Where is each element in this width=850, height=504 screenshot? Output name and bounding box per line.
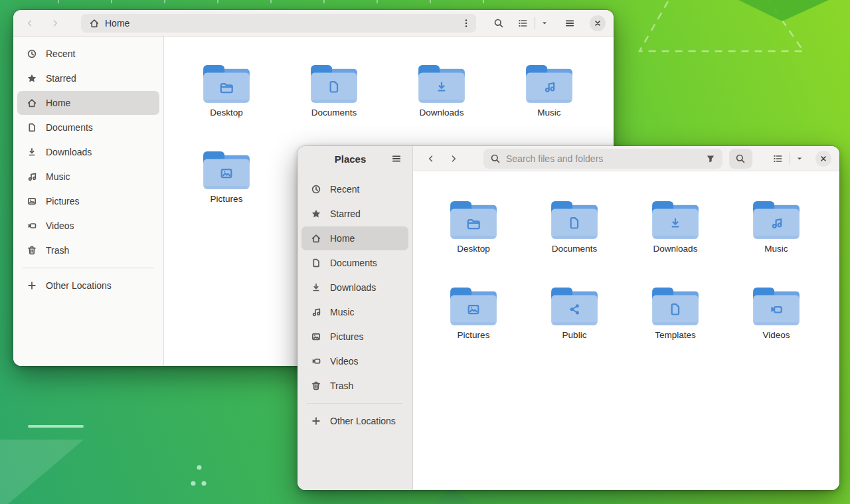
sidebar-item-downloads[interactable]: Downloads	[17, 140, 159, 164]
sidebar-item-label: Pictures	[330, 331, 364, 342]
file-desktop[interactable]: Desktop	[176, 63, 277, 118]
file-documents[interactable]: Documents	[525, 199, 624, 254]
view-switcher-separator	[535, 17, 535, 29]
file-label: Desktop	[457, 244, 490, 254]
back-button[interactable]	[19, 14, 41, 33]
file-videos[interactable]: Videos	[726, 286, 826, 340]
file-label: Pictures	[458, 330, 490, 340]
folder-icon	[202, 63, 251, 104]
view-options-button[interactable]	[537, 14, 552, 33]
sidebar-item-label: Downloads	[46, 147, 92, 157]
file-templates[interactable]: Templates	[626, 286, 725, 340]
chevron-right-icon	[449, 154, 458, 163]
sidebar-item-label: Other Locations	[46, 280, 112, 291]
file-public[interactable]: Public	[525, 286, 624, 340]
hamburger-icon	[564, 18, 575, 29]
close-button[interactable]	[815, 151, 831, 167]
forward-button[interactable]	[442, 149, 465, 168]
search-toggle-button[interactable]	[729, 149, 752, 169]
search-button[interactable]	[488, 14, 509, 33]
sidebar-item-label: Trash	[46, 245, 69, 256]
sidebar-item-label: Videos	[46, 220, 74, 231]
file-pictures[interactable]: Pictures	[176, 149, 277, 204]
file-music[interactable]: Music	[726, 199, 826, 254]
magnifier-icon	[490, 153, 501, 164]
sidebar-item-starred[interactable]: Starred	[301, 202, 408, 226]
file-pictures[interactable]: Pictures	[424, 286, 523, 340]
folder-icon	[550, 286, 599, 327]
search-input[interactable]	[506, 153, 700, 164]
search-entry[interactable]	[483, 149, 722, 169]
sidebar-item-other-locations[interactable]: Other Locations	[17, 274, 159, 297]
documents-icon	[27, 122, 37, 133]
folder-icon	[651, 199, 700, 240]
chevron-left-icon	[25, 19, 35, 28]
back-window-headerbar[interactable]: Home	[13, 10, 614, 37]
view-options-button[interactable]	[792, 149, 808, 168]
sidebar-item-pictures[interactable]: Pictures	[17, 189, 159, 213]
path-menu-button[interactable]	[458, 15, 475, 32]
file-downloads[interactable]: Downloads	[626, 199, 725, 254]
magnifier-icon	[493, 18, 504, 29]
front-window-headerbar[interactable]	[413, 146, 839, 171]
home-icon	[27, 98, 37, 108]
sidebar-item-recent[interactable]: Recent	[301, 177, 408, 201]
view-switcher	[767, 149, 808, 168]
sidebar-item-music[interactable]: Music	[17, 165, 159, 189]
sidebar-item-documents[interactable]: Documents	[17, 116, 159, 139]
music-icon	[311, 307, 321, 317]
view-switcher-separator	[790, 153, 790, 165]
front-sidebar-headerbar[interactable]: Places	[298, 146, 412, 171]
file-downloads[interactable]: Downloads	[391, 63, 492, 118]
front-window-content: Desktop Documents Downloads Music Pictur…	[413, 171, 839, 490]
folder-icon	[417, 63, 466, 104]
sidebar-item-home[interactable]: Home	[17, 91, 159, 115]
sidebar-item-documents[interactable]: Documents	[301, 251, 408, 275]
sidebar-item-starred[interactable]: Starred	[17, 66, 159, 90]
kebab-vertical-icon	[461, 18, 471, 29]
filter-funnel-icon[interactable]	[705, 153, 716, 164]
sidebar-item-videos[interactable]: Videos	[301, 349, 408, 373]
chevron-right-icon	[50, 19, 60, 28]
list-view-button[interactable]	[767, 149, 788, 168]
starred-icon	[27, 73, 37, 84]
front-window-file-grid: Desktop Documents Downloads Music Pictur…	[413, 171, 839, 340]
file-desktop[interactable]: Desktop	[424, 199, 523, 254]
chevron-down-icon	[540, 19, 549, 28]
sidebar-item-label: Recent	[46, 48, 75, 59]
sidebar-item-downloads[interactable]: Downloads	[301, 276, 408, 299]
path-bar[interactable]: Home	[81, 14, 476, 33]
file-music[interactable]: Music	[499, 63, 600, 118]
downloads-icon	[27, 147, 37, 157]
sidebar-item-label: Documents	[46, 122, 93, 133]
close-button[interactable]	[590, 15, 606, 31]
back-button[interactable]	[420, 149, 442, 168]
file-documents[interactable]: Documents	[284, 63, 384, 118]
sidebar-item-label: Starred	[330, 209, 361, 219]
sidebar-item-other-locations[interactable]: Other Locations	[301, 409, 408, 433]
folder-icon	[202, 149, 251, 191]
folder-icon	[309, 63, 359, 104]
file-label: Templates	[655, 330, 696, 340]
folder-icon	[449, 286, 498, 327]
files-window-front: Places RecentStarredHomeDocumentsDownloa…	[298, 146, 839, 490]
pictures-icon	[27, 196, 37, 207]
file-label: Music	[764, 244, 788, 254]
file-label: Music	[537, 108, 560, 118]
sidebar-item-home[interactable]: Home	[301, 226, 408, 250]
sidebar-item-pictures[interactable]: Pictures	[301, 325, 408, 349]
folder-icon	[525, 63, 574, 104]
sidebar-menu-button[interactable]	[386, 149, 407, 168]
sidebar-item-trash[interactable]: Trash	[17, 238, 159, 262]
main-menu-button[interactable]	[559, 14, 580, 33]
sidebar-item-recent[interactable]: Recent	[17, 42, 159, 66]
forward-button[interactable]	[44, 14, 66, 33]
sidebar-item-music[interactable]: Music	[301, 300, 408, 324]
list-view-button[interactable]	[512, 14, 533, 33]
sidebar-item-trash[interactable]: Trash	[301, 374, 408, 398]
sidebar-item-label: Music	[330, 307, 355, 317]
sidebar-item-label: Videos	[330, 356, 359, 367]
file-label: Pictures	[211, 194, 243, 204]
videos-icon	[311, 356, 321, 367]
sidebar-item-videos[interactable]: Videos	[17, 214, 159, 238]
